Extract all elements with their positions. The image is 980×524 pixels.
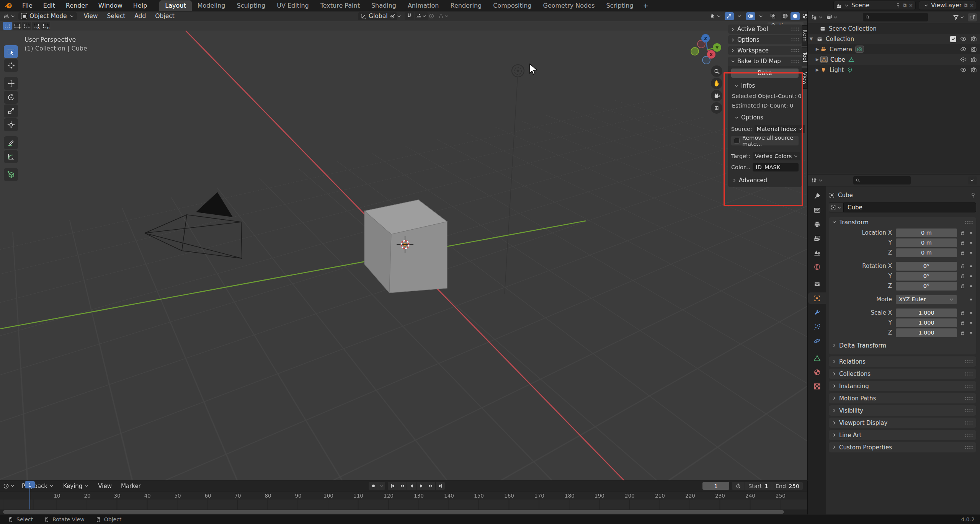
panel-motion-paths[interactable]: Motion Paths — [829, 393, 976, 403]
play-reverse-button[interactable] — [407, 482, 416, 490]
new-collection-button[interactable] — [968, 13, 977, 21]
gizmo-axis-neg-y[interactable] — [691, 47, 699, 55]
tool-move[interactable] — [4, 77, 18, 90]
lock-icon[interactable] — [957, 330, 968, 336]
menu-view[interactable]: View — [93, 483, 116, 490]
animate-dot[interactable] — [968, 265, 974, 267]
lock-icon[interactable] — [957, 263, 968, 269]
bake-panel-header[interactable]: Bake to ID Map — [728, 57, 802, 66]
menu-window[interactable]: Window — [93, 0, 128, 11]
timeline-channels[interactable] — [0, 500, 807, 509]
tab-object-data[interactable] — [808, 352, 826, 364]
workspace-tab-shading[interactable]: Shading — [366, 0, 402, 11]
shading-material-button[interactable] — [800, 12, 808, 20]
outliner-row-light[interactable]: ▶ Light — [808, 65, 980, 75]
subpanel-options[interactable]: Options — [728, 114, 802, 121]
frame-start-field[interactable]: Start1 — [745, 482, 772, 490]
hide-eye-toggle[interactable] — [960, 36, 967, 42]
tab-collection[interactable] — [808, 278, 826, 290]
panel-line-art[interactable]: Line Art — [829, 430, 976, 440]
properties-search[interactable] — [853, 176, 911, 184]
current-frame-field[interactable]: 1 — [702, 482, 729, 490]
scene-selector[interactable]: Scene ⧉ ✕ — [833, 1, 916, 10]
workspace-tab-geometry-nodes[interactable]: Geometry Nodes — [537, 0, 601, 11]
menu-file[interactable]: File — [17, 0, 38, 11]
animate-dot[interactable] — [968, 252, 974, 254]
scale-x-field[interactable]: 1.000 — [896, 309, 957, 317]
subpanel-infos[interactable]: Infos — [728, 82, 802, 90]
outliner-search[interactable] — [863, 13, 928, 21]
lock-icon[interactable] — [957, 310, 968, 316]
tool-measure[interactable] — [4, 150, 18, 163]
expander-icon[interactable]: ▶ — [814, 47, 820, 52]
scale-z-field[interactable]: 1.000 — [896, 328, 957, 337]
tab-particles[interactable] — [808, 321, 826, 332]
panel-active-tool[interactable]: Active Tool — [728, 24, 802, 34]
subpanel-advanced[interactable]: Advanced — [728, 176, 802, 184]
zoom-view-button[interactable] — [711, 65, 722, 77]
snap-toggle[interactable] — [405, 12, 414, 20]
rotation-y-field[interactable]: 0° — [896, 272, 957, 281]
tool-add-cube[interactable] — [4, 168, 18, 181]
animate-dot[interactable] — [968, 285, 974, 287]
select-mode-subtract[interactable]: − — [22, 22, 31, 30]
sidebar-tab-tool[interactable]: Tool — [802, 47, 808, 66]
object-visibility-dropdown[interactable] — [709, 12, 722, 20]
tab-material[interactable] — [808, 366, 826, 378]
auto-keying-toggle[interactable] — [369, 482, 378, 490]
hide-eye-toggle[interactable] — [960, 46, 967, 52]
lock-icon[interactable] — [957, 250, 968, 256]
tab-render[interactable] — [808, 204, 826, 216]
object-name-field[interactable]: Cube — [843, 202, 976, 212]
proportional-falloff-dropdown[interactable] — [437, 12, 450, 20]
select-mode-invert[interactable]: × — [32, 22, 41, 30]
lock-icon[interactable] — [957, 240, 968, 246]
frame-ruler[interactable]: 10 20 30 40 50 60 70 80 90 100 110 120 1… — [0, 491, 807, 500]
workspace-tab-sculpting[interactable]: Sculpting — [231, 0, 271, 11]
navigation-gizmo[interactable]: Z Y X — [688, 31, 727, 69]
rotation-z-field[interactable]: 0° — [896, 282, 957, 291]
tab-view-layer[interactable] — [808, 233, 826, 244]
rotation-x-field[interactable]: 0° — [896, 262, 957, 271]
pan-view-button[interactable]: ✋ — [711, 78, 722, 89]
menu-add[interactable]: Add — [130, 13, 150, 20]
lock-icon[interactable] — [957, 283, 968, 289]
expander-icon[interactable]: ▶ — [814, 67, 820, 72]
shading-solid-button[interactable] — [791, 12, 800, 20]
bake-button[interactable]: Bake — [731, 69, 799, 78]
proportional-editing-toggle[interactable] — [427, 12, 436, 20]
menu-marker[interactable]: Marker — [116, 483, 145, 490]
panel-viewport-display[interactable]: Viewport Display — [829, 418, 976, 428]
menu-select[interactable]: Select — [102, 13, 130, 20]
render-visibility-toggle[interactable] — [970, 36, 977, 42]
object-id-dropdown[interactable] — [829, 202, 843, 212]
rotation-mode-dropdown[interactable]: XYZ Euler — [896, 295, 957, 304]
animate-dot[interactable] — [968, 242, 974, 244]
mode-dropdown[interactable]: Object Mode — [18, 12, 77, 20]
select-mode-set[interactable] — [3, 22, 12, 30]
viewlayer-selector[interactable]: ViewLayer ⧉ ✕ — [919, 1, 976, 10]
tab-texture[interactable] — [808, 380, 826, 392]
location-x-field[interactable]: 0 m — [896, 229, 957, 237]
pin-icon[interactable] — [970, 192, 976, 198]
tool-rotate[interactable] — [4, 91, 18, 104]
editor-type-button[interactable] — [3, 483, 15, 489]
tab-physics[interactable] — [808, 335, 826, 346]
add-workspace-button[interactable]: + — [639, 0, 652, 11]
workspace-tab-layout[interactable]: Layout — [159, 0, 191, 11]
tab-object[interactable] — [808, 292, 826, 304]
animate-dot[interactable] — [968, 232, 974, 234]
transform-header[interactable]: Transform — [829, 217, 976, 227]
blender-logo-menu[interactable] — [0, 0, 17, 11]
panel-visibility[interactable]: Visibility — [829, 405, 976, 416]
menu-object[interactable]: Object — [150, 13, 179, 20]
next-keyframe-button[interactable] — [426, 482, 435, 490]
play-button[interactable] — [416, 482, 426, 490]
previous-keyframe-button[interactable] — [397, 482, 407, 490]
pivot-point-dropdown[interactable] — [390, 13, 402, 19]
camera-view-button[interactable] — [711, 90, 722, 101]
tab-output[interactable] — [808, 219, 826, 230]
show-overlays-toggle[interactable] — [746, 12, 755, 20]
timeline-scrollbar[interactable] — [3, 510, 784, 514]
sidebar-tab-view[interactable]: View — [802, 68, 808, 89]
